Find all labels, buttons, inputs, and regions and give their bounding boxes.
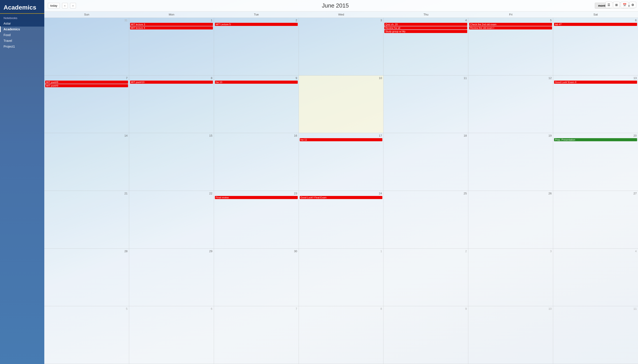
list-view-icon[interactable]: ☰ bbox=[605, 2, 612, 8]
calendar-cell-1-2[interactable]: 9hw 10 bbox=[214, 76, 299, 133]
calendar-cell-5-3[interactable]: 8 bbox=[299, 306, 384, 364]
calendar-event[interactable]: MIT lecture 3 bbox=[130, 23, 213, 26]
calendar-cell-5-5[interactable]: 10 bbox=[468, 306, 553, 364]
day-number: 10 bbox=[300, 76, 383, 80]
calendar-event[interactable]: Good Luck! Exam II bbox=[554, 80, 637, 84]
day-number: 12 bbox=[469, 76, 552, 80]
calendar-grid: SunMonTueWedThuFriSat 311MIT lecture 3MI… bbox=[44, 12, 638, 364]
calendar-header: today ‹ › June 2015 month week day bbox=[44, 0, 638, 12]
calendar-event[interactable]: Review hw all bbox=[384, 26, 467, 30]
sidebar-item-academics[interactable]: Academics bbox=[0, 26, 44, 32]
calendar-cell-5-4[interactable]: 9 bbox=[383, 306, 468, 364]
calendar-event[interactable]: Review the old exam I bbox=[469, 26, 552, 30]
day-header-sat: Sat bbox=[553, 12, 638, 18]
calendar-cell-0-3[interactable]: 3 bbox=[299, 18, 384, 75]
calendar-cell-1-4[interactable]: 11 bbox=[383, 76, 468, 133]
calendar-cell-5-6[interactable]: 11 bbox=[553, 306, 638, 364]
calendar-event[interactable]: MIT pset#9 bbox=[45, 84, 128, 87]
calendar-event[interactable]: hw 10 bbox=[215, 80, 298, 84]
calendar-event[interactable]: Check the 2nd old exam bbox=[469, 23, 552, 26]
settings-icon[interactable]: ⚙ bbox=[629, 2, 636, 8]
calendar-body: 311MIT lecture 3MIT lecture 42MIT Lectur… bbox=[44, 18, 638, 364]
day-number: 25 bbox=[384, 191, 467, 196]
day-number: 9 bbox=[215, 76, 298, 80]
day-number: 7 bbox=[215, 307, 298, 311]
calendar-event[interactable]: Quiz ch. 20 bbox=[384, 23, 467, 26]
calendar-week-3: 212223Final review24Good Luck!! Final Ex… bbox=[44, 191, 638, 249]
day-number: 5 bbox=[469, 18, 552, 23]
day-number: 5 bbox=[45, 307, 128, 311]
sidebar-item-food[interactable]: Food bbox=[0, 32, 44, 38]
calendar-event[interactable]: MIT Lecture 5 bbox=[215, 23, 298, 26]
sidebar: Academics Notebooks AstarAcademicsFoodTr… bbox=[0, 0, 44, 364]
day-number: 30 bbox=[215, 249, 298, 254]
calendar-cell-5-1[interactable]: 6 bbox=[129, 306, 214, 364]
calendar-cell-1-3[interactable]: 10 bbox=[299, 76, 384, 133]
day-number: 3 bbox=[469, 249, 552, 254]
today-button[interactable]: today bbox=[48, 3, 60, 8]
calendar-event[interactable]: Final review bbox=[215, 196, 298, 199]
calendar-event[interactable]: Prep. Presentation bbox=[554, 138, 637, 141]
grid-view-icon[interactable]: ⊞ bbox=[613, 2, 620, 8]
month-title: June 2015 bbox=[78, 2, 592, 9]
calendar-event[interactable]: hw 11 bbox=[300, 138, 383, 141]
day-number: 1 bbox=[300, 249, 383, 254]
calendar-cell-2-2[interactable]: 16 bbox=[214, 133, 299, 191]
prev-button[interactable]: ‹ bbox=[62, 3, 68, 8]
calendar-cell-4-3[interactable]: 1 bbox=[299, 249, 384, 306]
day-number: 7 bbox=[45, 76, 128, 80]
calendar-icon[interactable]: 📅 bbox=[621, 2, 628, 8]
sidebar-item-project1[interactable]: Project1 bbox=[0, 44, 44, 49]
day-number: 31 bbox=[45, 18, 128, 23]
calendar-cell-3-5[interactable]: 26 bbox=[468, 191, 553, 248]
calendar-cell-0-6[interactable]: 6lab #7 bbox=[553, 18, 638, 75]
calendar-cell-5-2[interactable]: 7 bbox=[214, 306, 299, 364]
calendar-cell-0-4[interactable]: 4Quiz ch. 20Review hw allStudy group w/ … bbox=[383, 18, 468, 75]
calendar-cell-1-1[interactable]: 8MIT pset#10 bbox=[129, 76, 214, 133]
calendar-cell-2-6[interactable]: 20Prep. Presentation bbox=[553, 133, 638, 191]
calendar-cell-4-1[interactable]: 29 bbox=[129, 249, 214, 306]
calendar-cell-3-3[interactable]: 24Good Luck!! Final Exam bbox=[299, 191, 384, 248]
calendar-event[interactable]: MIT lecture 4 bbox=[130, 26, 213, 30]
calendar-cell-5-0[interactable]: 5 bbox=[44, 306, 129, 364]
calendar-event[interactable]: MIT pset#8 bbox=[45, 80, 128, 84]
calendar-cell-0-0[interactable]: 31 bbox=[44, 18, 129, 75]
calendar-event[interactable]: Good Luck!! Final Exam bbox=[300, 196, 383, 199]
calendar-cell-3-2[interactable]: 23Final review bbox=[214, 191, 299, 248]
calendar-cell-3-6[interactable]: 27 bbox=[553, 191, 638, 248]
calendar-cell-3-4[interactable]: 25 bbox=[383, 191, 468, 248]
calendar-week-4: 2829301234 bbox=[44, 249, 638, 306]
calendar-cell-4-6[interactable]: 4 bbox=[553, 249, 638, 306]
calendar-cell-4-2[interactable]: 30 bbox=[214, 249, 299, 306]
calendar-cell-2-4[interactable]: 18 bbox=[383, 133, 468, 191]
sidebar-item-travel[interactable]: Travel bbox=[0, 38, 44, 44]
calendar-cell-1-6[interactable]: 13Good Luck! Exam II bbox=[553, 76, 638, 133]
calendar-cell-2-1[interactable]: 15 bbox=[129, 133, 214, 191]
day-number: 28 bbox=[45, 249, 128, 254]
day-number: 22 bbox=[130, 191, 213, 196]
calendar-cell-3-1[interactable]: 22 bbox=[129, 191, 214, 248]
calendar-cell-2-0[interactable]: 14 bbox=[44, 133, 129, 191]
calendar-cell-1-5[interactable]: 12 bbox=[468, 76, 553, 133]
calendar-cell-3-0[interactable]: 21 bbox=[44, 191, 129, 248]
calendar-cell-4-0[interactable]: 28 bbox=[44, 249, 129, 306]
calendar-cell-4-5[interactable]: 3 bbox=[468, 249, 553, 306]
day-number: 2 bbox=[215, 18, 298, 23]
calendar-cell-1-0[interactable]: 7MIT pset#8MIT pset#9 bbox=[44, 76, 129, 133]
grid-icon: ⊞ bbox=[615, 3, 618, 7]
gear-icon: ⚙ bbox=[631, 3, 634, 7]
day-number: 8 bbox=[130, 76, 213, 80]
sidebar-item-astar[interactable]: Astar bbox=[0, 20, 44, 26]
calendar-week-1: 7MIT pset#8MIT pset#98MIT pset#109hw 101… bbox=[44, 76, 638, 133]
calendar-event[interactable]: Study group w/ My bbox=[384, 30, 467, 33]
calendar-cell-2-3[interactable]: 17hw 11 bbox=[299, 133, 384, 191]
calendar-cell-0-2[interactable]: 2MIT Lecture 5 bbox=[214, 18, 299, 75]
calendar-cell-4-4[interactable]: 2 bbox=[383, 249, 468, 306]
calendar-event[interactable]: MIT pset#10 bbox=[130, 80, 213, 84]
next-button[interactable]: › bbox=[70, 3, 76, 8]
calendar-event[interactable]: lab #7 bbox=[554, 23, 637, 26]
calendar-cell-0-5[interactable]: 5Check the 2nd old examReview the old ex… bbox=[468, 18, 553, 75]
calendar-cell-2-5[interactable]: 19 bbox=[468, 133, 553, 191]
notebooks-label: Notebooks bbox=[0, 14, 44, 20]
calendar-cell-0-1[interactable]: 1MIT lecture 3MIT lecture 4 bbox=[129, 18, 214, 75]
